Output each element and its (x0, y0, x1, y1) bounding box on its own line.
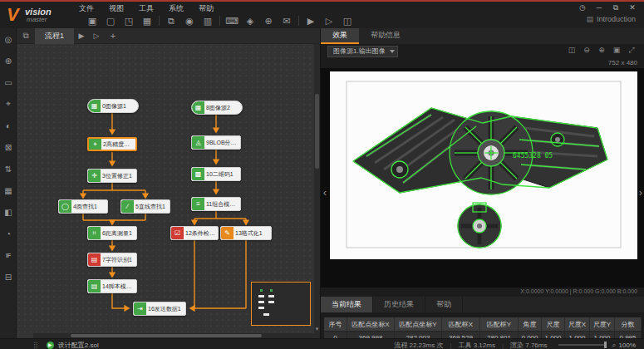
main-toolbar: ▣ ▢ ◳ ▦ ⧉ ◉ ▥ ⌨ ◈ ⊕ ✉ ▶ ▷ ◫ (83, 13, 356, 28)
menu-help[interactable]: 帮助 (191, 2, 221, 13)
tool-time: 工具 3.12ms (458, 341, 494, 349)
process-tree-icon[interactable]: ⧉ (17, 31, 35, 41)
node-line-find[interactable]: ∕ 5直线查找1 (120, 199, 170, 214)
image-source-icon: ▦ (192, 101, 204, 114)
measure-icon: ⌗ (88, 227, 101, 239)
node-script-module[interactable]: ▤ 14脚本模块1 (87, 279, 137, 293)
stop-icon[interactable]: ◫ (338, 14, 356, 27)
flow-vertical-scrollbar[interactable]: ▼ (314, 44, 320, 333)
export-icon[interactable]: ◳ (120, 14, 138, 27)
measurement-icon[interactable]: ▭ (0, 71, 17, 93)
inspection-image: 6455328 05 (330, 71, 637, 259)
status-bar: ⣿ ▶ 设计配置2.sol 流程 22.23ms 次 | 工具 3.12ms |… (0, 338, 644, 349)
match-icon: ⌖ (89, 138, 101, 150)
flow-run-icon[interactable]: ▶ (74, 32, 89, 40)
zoom-out-icon[interactable]: ⊖ (579, 46, 594, 55)
node-high-precision-match[interactable]: ⌖ 2高精度匹配1 (87, 137, 137, 151)
node-condition-check[interactable]: ☑ 12条件检测1 (170, 226, 219, 240)
flow-canvas[interactable]: ▦ 0图像源1 ⌖ 2高精度匹配1 ✛ 3位置修正1 ◯ 4圆查找1 ∕ 5直线… (17, 44, 314, 333)
node-qr-code[interactable]: ▩ 10二维码1 (191, 167, 241, 181)
node-combine-module[interactable]: ≡ 11组合模块1 (191, 197, 241, 211)
menu-file[interactable]: 文件 (71, 2, 101, 13)
status-grip-icon: ⣿ (33, 342, 38, 349)
menu-tools[interactable]: 工具 (131, 2, 161, 13)
next-image-arrow[interactable]: › (637, 186, 644, 199)
format-icon: ✎ (221, 227, 234, 239)
flow-step-icon[interactable]: ▷ (89, 32, 104, 40)
node-circle-find[interactable]: ◯ 4圆查找1 (58, 199, 108, 214)
image-viewport[interactable]: 6455328 05 ‹ › (321, 68, 644, 288)
color-processing-icon[interactable]: ◧ (0, 201, 17, 223)
toolbar-separator (219, 16, 220, 26)
result-panel: 效果 帮助信息 图像源1.输出图像 ◫ ⊖ ⊕ ▣ ⤢ 752 x 480 (320, 28, 644, 338)
alignment-icon[interactable]: ⇅ (0, 158, 17, 179)
run-once-icon[interactable]: ▶ (302, 14, 320, 27)
condition-icon: ☑ (171, 227, 184, 239)
keyboard-icon[interactable]: ⌨ (223, 14, 241, 27)
camera-icon[interactable]: ◉ (180, 14, 199, 27)
tag-icon[interactable]: ◈ (241, 14, 259, 27)
defect-detection-icon[interactable]: ◔ (0, 223, 17, 244)
node-image-source-2[interactable]: ▦ 8图像源2 (191, 101, 243, 115)
tab-process-1[interactable]: 流程1 (35, 28, 74, 44)
logic-tool-icon[interactable]: IF (0, 244, 17, 266)
node-format[interactable]: ✎ 13格式化1 (220, 226, 272, 240)
image-source-dropdown[interactable]: 图像源1.输出图像 (327, 46, 398, 57)
open-solution-icon[interactable]: ▢ (101, 14, 120, 27)
run-status-icon: ▶ (47, 342, 54, 349)
prev-image-arrow[interactable]: ‹ (321, 186, 329, 199)
communication-tool-icon[interactable]: ⊟ (0, 266, 17, 288)
image-processing-icon[interactable]: ▦ (0, 179, 17, 201)
node-position-fix[interactable]: ✛ 3位置修正1 (87, 169, 137, 183)
add-process-button[interactable]: + (104, 31, 122, 41)
one-to-one-icon[interactable]: ▣ (609, 46, 624, 55)
tab-effect[interactable]: 效果 (321, 28, 359, 44)
fullscreen-icon[interactable]: ⤢ (624, 46, 639, 55)
message-icon[interactable]: ✉ (278, 14, 296, 27)
tab-current-result[interactable]: 当前结果 (321, 297, 373, 312)
flow-time: 流程 22.23ms 次 (394, 341, 443, 349)
communication-icon[interactable]: ⊕ (259, 14, 278, 27)
zoom-in-icon[interactable]: ⊕ (594, 46, 609, 55)
send-data-icon: ⇥ (134, 302, 146, 315)
pixel-info: X:0.0000 Y:0.0000 | R:0.000 G:0.000 B:0.… (520, 288, 637, 294)
tab-history-result[interactable]: 历史结果 (373, 297, 425, 312)
location-icon[interactable]: ⊕ (0, 50, 17, 71)
close-button[interactable]: ✕ (624, 3, 641, 12)
deep-learning-icon[interactable]: ◐ (0, 115, 17, 136)
run-continuous-icon[interactable]: ▷ (320, 14, 338, 27)
node-send-data[interactable]: ⇥ 16发送数据1 (133, 302, 186, 316)
calibration-icon[interactable]: ⊠ (0, 136, 17, 158)
node-distance-measure[interactable]: ⌗ 6距离测量1 (87, 226, 137, 240)
title-bar: V vision master 文件 视图 工具 系统 帮助 ◷ ─ ⧉ ✕ ▣… (0, 2, 644, 28)
flow-minimap[interactable] (251, 282, 311, 326)
fit-window-icon[interactable]: ◫ (564, 46, 579, 55)
logo-v-icon: V (7, 4, 19, 26)
minimize-button[interactable]: ─ (591, 3, 607, 12)
save-icon[interactable]: ▣ (83, 14, 101, 27)
image-icon[interactable]: ▦ (138, 14, 156, 27)
acquisition-icon[interactable]: ◎ (0, 28, 17, 50)
zoom-slider[interactable] (558, 344, 607, 346)
module-list-icon[interactable]: ▥ (199, 14, 217, 27)
clock-icon[interactable]: ◷ (574, 3, 591, 12)
node-blob-analysis[interactable]: ◬ 9BLOB分析1 (191, 135, 241, 150)
tab-result-help[interactable]: 帮助 (425, 297, 463, 312)
restore-button[interactable]: ⧉ (607, 3, 624, 12)
combine-icon: ≡ (192, 198, 204, 210)
menu-view[interactable]: 视图 (101, 2, 131, 13)
layout-icon[interactable]: ⧉ (162, 14, 180, 27)
scroll-down-arrow[interactable]: ▼ (314, 325, 320, 333)
introduction-link[interactable]: ▤Introduction (586, 15, 636, 23)
chevron-down-icon (390, 50, 395, 53)
status-stats: 流程 22.23ms 次 | 工具 3.12ms | 渲染 7.76ms ⌕ 1… (387, 341, 644, 349)
node-ocr[interactable]: ▤ 7字符识别1 (87, 253, 137, 267)
menu-system[interactable]: 系统 (161, 2, 191, 13)
node-image-source-1[interactable]: ▦ 0图像源1 (87, 99, 139, 113)
window-controls: ◷ ─ ⧉ ✕ (574, 2, 641, 13)
toolbar-separator (159, 16, 160, 26)
tab-help-info[interactable]: 帮助信息 (359, 28, 412, 44)
recognition-icon[interactable]: ⌖ (0, 93, 17, 115)
introduction-icon: ▤ (586, 15, 593, 23)
render-time: 渲染 7.76ms (510, 341, 547, 349)
